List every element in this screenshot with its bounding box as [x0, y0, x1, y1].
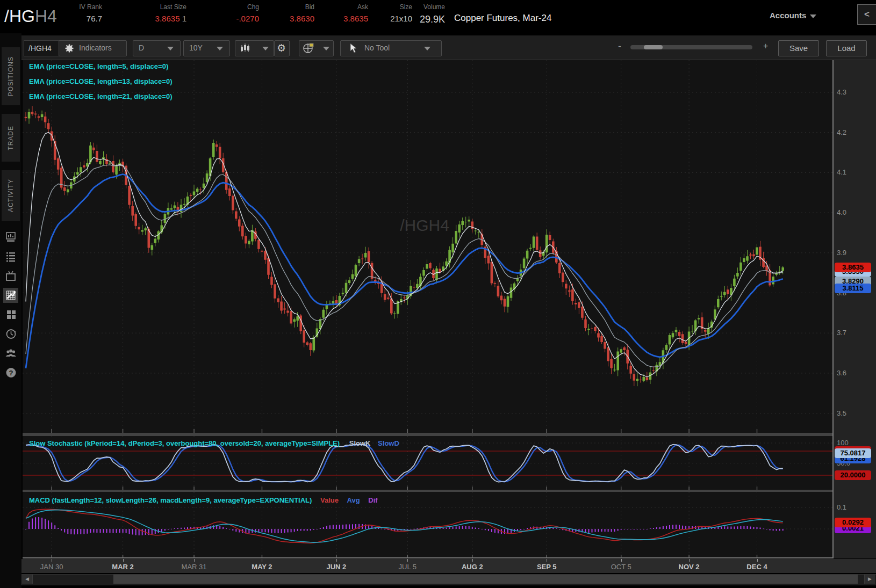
gear-icon: ⚙: [277, 42, 286, 54]
collapse-panel-button[interactable]: <: [857, 4, 876, 25]
zoom-slider-thumb[interactable]: [644, 45, 663, 49]
history-clock-icon[interactable]: [3, 326, 18, 342]
accounts-chevron-icon: [810, 14, 816, 18]
time-axis-tick: [757, 559, 758, 562]
save-button[interactable]: Save: [778, 40, 819, 56]
price-axis-label: 3.5: [837, 409, 846, 417]
ema13-legend[interactable]: EMA (price=CLOSE, length=13, displace=0): [29, 77, 172, 85]
slowd-legend: SlowD: [378, 439, 399, 447]
price-axis-label: 3.6: [837, 369, 846, 377]
price-axis-label: 3.9: [837, 249, 846, 257]
stoch-axis-bubble: 20.0000: [835, 470, 871, 480]
symbol-root: /HG: [4, 6, 35, 26]
zoom-in-button[interactable]: +: [763, 41, 768, 51]
watchlist-icon[interactable]: [3, 249, 18, 264]
instrument-title: Copper Futures, Mar-24: [454, 13, 551, 24]
stochastic-legend[interactable]: Slow Stochastic (kPeriod=14, dPeriod=3, …: [29, 439, 399, 447]
time-axis-tick: [689, 559, 690, 562]
time-axis-tick: [194, 559, 195, 562]
macd-diff-legend: Dif: [368, 496, 377, 504]
time-axis-tick: [123, 559, 124, 562]
chevron-down-icon: [424, 47, 430, 50]
trading-platform-window: { "header": { "symbol_main": "/HG", "sym…: [0, 0, 876, 588]
price-axis-label: 4.1: [837, 168, 846, 176]
apps-grid-icon[interactable]: [3, 307, 18, 322]
chevron-down-icon: [262, 47, 269, 50]
svg-text:?: ?: [9, 369, 13, 377]
header-field-value: 29.9K: [375, 14, 445, 25]
zoom-out-button[interactable]: -: [618, 41, 621, 52]
price-axis-bubble: 3.8635: [835, 263, 871, 272]
macd-legend[interactable]: MACD (fastLength=12, slowLength=26, macd…: [29, 496, 378, 504]
scrollbar-thumb[interactable]: [113, 575, 858, 584]
chart-toolbar: /HGH4 Indicators D 10Y ⚙: [21, 35, 876, 60]
macd-axis-bubble: 0.0292: [835, 518, 871, 527]
zoom-slider-track[interactable]: [630, 45, 752, 49]
sidebar-tab-positions[interactable]: POSITIONS: [2, 47, 20, 105]
candlestick-type-icon: [240, 43, 250, 54]
studies-burst-icon: [63, 42, 75, 54]
header-field-value: 3.8635 1: [117, 14, 186, 23]
time-axis-label: AUG 2: [462, 563, 483, 571]
accounts-menu[interactable]: Accounts: [770, 11, 806, 20]
stoch-axis-label: 100: [837, 439, 849, 447]
price-axis-label: 3.7: [837, 329, 846, 337]
tv-icon[interactable]: [3, 268, 18, 284]
people-icon[interactable]: [3, 346, 18, 361]
left-sidebar: POSITIONSTRADEACTIVITY?: [0, 33, 21, 588]
sidebar-tab-activity[interactable]: ACTIVITY: [2, 170, 20, 221]
chart-type-dropdown[interactable]: [235, 40, 274, 56]
chart-grid-icon[interactable]: [3, 288, 18, 303]
header-field-value: 76.7: [32, 14, 102, 23]
time-axis-label: JAN 30: [40, 563, 63, 571]
help-icon[interactable]: ?: [3, 365, 18, 380]
time-axis-label: DEC 4: [746, 563, 767, 571]
scroll-right-button[interactable]: ▶: [864, 575, 875, 584]
top-header: /HGH4 IV Rank76.7Last Size3.8635 1Chg-.0…: [0, 0, 876, 33]
time-axis-label: OCT 5: [611, 563, 631, 571]
scroll-left-button[interactable]: ◀: [22, 575, 33, 584]
symbol-input[interactable]: /HGH4: [24, 40, 61, 56]
header-field-label: Volume: [386, 3, 445, 11]
chart-plot-area[interactable]: /HGH4 EMA (price=CLOSE, length=5, displa…: [23, 60, 832, 558]
price-chart-canvas[interactable]: /HGH4: [23, 60, 832, 433]
quadrant-grid-icon: [303, 42, 314, 54]
range-dropdown[interactable]: 10Y: [183, 40, 230, 56]
time-axis-tick: [262, 559, 262, 562]
indicators-button[interactable]: Indicators: [59, 40, 127, 56]
macd-axis-label: 0.1: [837, 503, 846, 511]
ema5-legend[interactable]: EMA (price=CLOSE, length=5, displace=0): [29, 62, 168, 70]
stoch-axis-bubble: 75.0817: [835, 448, 871, 458]
time-axis-label: SEP 5: [537, 563, 557, 571]
chevron-down-icon: [167, 47, 174, 50]
macd-value-legend: Value: [320, 496, 339, 504]
svg-text:/HGH4: /HGH4: [400, 216, 449, 234]
chevron-down-icon: [323, 47, 329, 50]
time-axis-label: JUN 2: [326, 563, 346, 571]
drawing-tool-dropdown[interactable]: No Tool: [340, 40, 442, 56]
header-field-label: Chg: [200, 3, 259, 11]
time-axis-tick: [52, 559, 52, 562]
macd-avg-legend: Avg: [347, 496, 360, 504]
price-axis-label: 4.0: [837, 208, 846, 216]
time-axis-tick: [621, 559, 622, 562]
time-axis-label: MAR 31: [182, 563, 207, 571]
grid-layout-dropdown[interactable]: [299, 40, 334, 56]
time-axis-label: JUL 5: [399, 563, 417, 571]
cursor-icon: [348, 43, 358, 54]
time-axis-label: NOV 2: [679, 563, 700, 571]
time-axis-label: MAY 2: [252, 563, 272, 571]
price-axis-label: 4.3: [837, 88, 846, 96]
chart-bottom-border: [23, 557, 834, 558]
time-axis-tick: [407, 559, 408, 562]
time-axis-tick: [472, 559, 473, 562]
chart-scrollbar[interactable]: ◀ ▶: [21, 574, 876, 585]
ema21-legend[interactable]: EMA (price=CLOSE, length=21, displace=0): [29, 92, 172, 100]
sidebar-tab-trade[interactable]: TRADE: [2, 114, 20, 162]
time-axis-label: MAR 2: [112, 563, 133, 571]
header-field-label: Last Size: [127, 3, 186, 11]
chart-settings-button[interactable]: ⚙: [274, 40, 290, 56]
quotes-board-icon[interactable]: [3, 230, 18, 245]
load-button[interactable]: Load: [826, 40, 867, 56]
timeframe-dropdown[interactable]: D: [133, 40, 181, 56]
